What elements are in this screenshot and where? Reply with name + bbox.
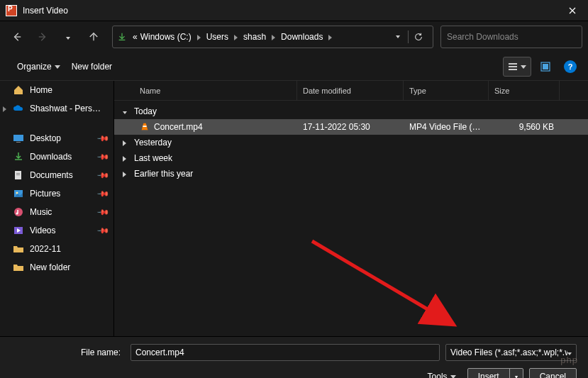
preview-button[interactable] (534, 57, 557, 77)
sidebar-item-music[interactable]: Music 📌 (0, 203, 113, 221)
file-row[interactable]: Concert.mp4 17-11-2022 05:30 MP4 Video F… (114, 119, 588, 135)
breadcrumb-item-2[interactable]: shash (242, 32, 267, 42)
breadcrumb-item-1[interactable]: Users (205, 32, 230, 42)
home-icon (13, 84, 24, 96)
group-earlier[interactable]: Earlier this year (114, 166, 588, 182)
group-label: Yesterday (134, 138, 172, 148)
arrow-left-icon (12, 32, 22, 42)
music-icon (13, 206, 24, 218)
sidebar-label: New folder (30, 262, 70, 272)
organize-label: Organize (17, 62, 52, 72)
new-folder-button[interactable]: New folder (66, 59, 118, 74)
breadcrumb-sep[interactable] (267, 33, 279, 41)
group-label: Earlier this year (134, 169, 193, 179)
svg-rect-1 (509, 66, 517, 67)
filename-label: File name: (11, 348, 125, 357)
group-lastweek[interactable]: Last week (114, 150, 588, 166)
sidebar-item-downloads[interactable]: Downloads 📌 (0, 148, 113, 166)
folder-icon (13, 243, 24, 255)
main: Home Shashwat - Pers… Desktop 📌 Download… (0, 81, 588, 336)
sidebar-item-pictures[interactable]: Pictures 📌 (0, 184, 113, 203)
column-header: Name Date modified Type Size (114, 81, 588, 101)
svg-rect-15 (143, 126, 146, 127)
sidebar-label: Documents (30, 170, 73, 180)
file-size: 9,560 KB (489, 122, 560, 132)
sidebar-item-folder1[interactable]: 2022-11 (0, 240, 113, 258)
close-icon (569, 7, 576, 14)
pin-icon: 📌 (96, 223, 109, 237)
expand-icon[interactable] (3, 105, 10, 113)
arrow-right-icon (38, 32, 48, 42)
toolbar: Organize New folder ? (0, 52, 588, 81)
titlebar: Insert Video (0, 0, 588, 21)
breadcrumb-sep[interactable] (230, 33, 242, 41)
help-button[interactable]: ? (564, 60, 577, 73)
organize-button[interactable]: Organize (11, 59, 66, 74)
cancel-label: Cancel (540, 372, 566, 378)
svg-point-12 (14, 208, 23, 216)
search-placeholder: Search Downloads (447, 32, 518, 42)
col-date[interactable]: Date modified (297, 81, 404, 100)
insert-dropdown[interactable]: ▾ (510, 374, 523, 379)
sidebar-label: 2022-11 (30, 244, 61, 254)
videos-icon (13, 225, 24, 236)
desktop-icon (13, 133, 24, 144)
breadcrumb-history[interactable] (388, 35, 408, 38)
sidebar-label: Shashwat - Pers… (30, 104, 101, 113)
chevron-right-icon (123, 139, 131, 147)
pictures-icon (13, 188, 24, 199)
sidebar-item-newfolder[interactable]: New folder (0, 258, 113, 277)
pin-icon: 📌 (96, 150, 109, 163)
documents-icon (13, 169, 24, 181)
window-title: Insert Video (23, 6, 562, 16)
file-type-filter[interactable]: Video Files (*.asf;*.asx;*.wpl;*.w (445, 344, 577, 361)
svg-rect-9 (16, 174, 20, 175)
forward-button[interactable] (31, 26, 54, 48)
sidebar-item-videos[interactable]: Videos 📌 (0, 221, 113, 240)
close-button[interactable] (562, 1, 582, 21)
new-folder-label: New folder (72, 62, 112, 72)
breadcrumb-sep[interactable] (324, 33, 336, 41)
sidebar-item-home[interactable]: Home (0, 81, 113, 99)
tools-label: Tools (428, 372, 448, 378)
view-button[interactable] (503, 57, 531, 77)
breadcrumb-overflow[interactable]: « (131, 32, 139, 42)
cancel-button[interactable]: Cancel (529, 368, 577, 378)
pin-icon: 📌 (96, 205, 109, 218)
recent-button[interactable] (57, 26, 79, 48)
col-size[interactable]: Size (489, 81, 560, 100)
svg-point-13 (16, 213, 18, 215)
refresh-button[interactable] (409, 32, 428, 42)
filter-label: Video Files (*.asf;*.asx;*.wpl;*.w (450, 348, 567, 357)
pin-icon: 📌 (96, 131, 109, 145)
group-yesterday[interactable]: Yesterday (114, 135, 588, 150)
breadcrumb-sep[interactable] (193, 33, 205, 41)
col-name[interactable]: Name (134, 81, 297, 100)
sidebar-label: Desktop (30, 133, 61, 143)
arrow-up-icon (89, 32, 99, 42)
chevron-right-icon (123, 155, 131, 162)
sidebar-label: Pictures (30, 189, 60, 199)
sidebar-item-documents[interactable]: Documents 📌 (0, 166, 113, 184)
search-input[interactable]: Search Downloads (440, 26, 582, 48)
file-list: Name Date modified Type Size Today Conce… (113, 81, 588, 336)
sidebar-item-desktop[interactable]: Desktop 📌 (0, 129, 113, 148)
tools-button[interactable]: Tools (428, 372, 456, 378)
breadcrumb[interactable]: « Windows (C:) Users shash Downloads (112, 26, 433, 48)
file-name: Concert.mp4 (154, 122, 203, 132)
sidebar-label: Music (30, 207, 52, 217)
up-button[interactable] (82, 26, 105, 48)
breadcrumb-item-3[interactable]: Downloads (279, 32, 324, 42)
filename-input[interactable] (131, 344, 440, 361)
group-today[interactable]: Today (114, 104, 588, 119)
navbar: « Windows (C:) Users shash Downloads Sea… (0, 21, 588, 52)
vlc-icon (140, 122, 150, 132)
preview-icon (540, 62, 550, 72)
breadcrumb-item-0[interactable]: Windows (C:) (139, 32, 193, 42)
svg-rect-5 (13, 135, 23, 141)
sidebar-item-onedrive[interactable]: Shashwat - Pers… (0, 99, 113, 118)
col-type[interactable]: Type (404, 81, 489, 100)
back-button[interactable] (6, 26, 28, 48)
insert-button[interactable]: Insert ▾ (467, 368, 523, 378)
svg-point-11 (16, 192, 18, 194)
